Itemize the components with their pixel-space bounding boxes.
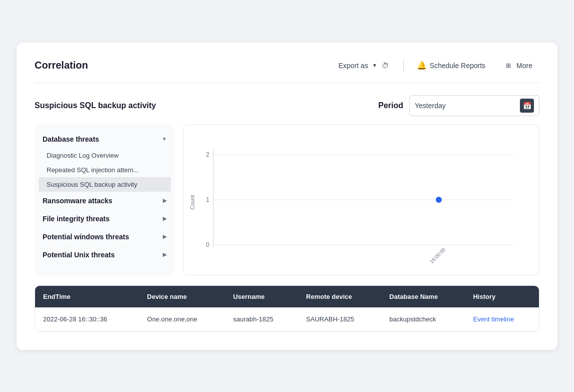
more-label: More (516, 62, 532, 70)
export-icon: ⏱ (380, 61, 390, 71)
sidebar-group-arrow: ▶ (163, 216, 167, 221)
sidebar-group-file-integrity: File integrity threats ▶ (35, 210, 175, 228)
chart-area: Count 2 1 0 16:00:00 (183, 124, 539, 275)
table-header-row: EndTime Device name Username Remote devi… (35, 286, 539, 307)
sub-header: Suspicious SQL backup activity Period Ye… (35, 95, 539, 116)
more-button[interactable]: ⊞ More (496, 58, 539, 74)
export-label: Export as (339, 62, 368, 70)
sidebar-group-label: Potential Unix threats (43, 251, 115, 259)
export-button[interactable]: Export as ▼ ⏱ (332, 58, 397, 74)
content-row: Database threats ▼ Diagnostic Log Overvi… (35, 124, 539, 275)
schedule-reports-button[interactable]: 🔔 Schedule Reports (410, 58, 492, 74)
cell-remote-device: SAURABH-1825 (298, 307, 381, 331)
report-title: Suspicious SQL backup activity (35, 101, 156, 110)
sidebar-group-unix-threats: Potential Unix threats ▶ (35, 246, 175, 264)
sidebar-item-file-integrity[interactable]: File integrity threats ▶ (35, 210, 175, 228)
sidebar-group-arrow: ▶ (163, 252, 167, 257)
sidebar-group-label: File integrity threats (43, 215, 110, 223)
y-label-2: 2 (206, 151, 209, 158)
cell-end-time: 2022-06-28 16::30::36 (35, 307, 139, 331)
sidebar-item-diagnostic-log[interactable]: Diagnostic Log Overview (35, 148, 175, 163)
cell-device-name: One.one.one,one (139, 307, 225, 331)
period-label: Period (378, 101, 403, 110)
y-label-1: 1 (206, 196, 209, 203)
header-actions: Export as ▼ ⏱ 🔔 Schedule Reports ⊞ More (332, 58, 539, 74)
event-timeline-link[interactable]: Event timeline (473, 315, 514, 323)
col-history: History (465, 286, 539, 307)
sidebar-group-database-threats: Database threats ▼ Diagnostic Log Overvi… (35, 130, 175, 192)
sidebar-item-unix-threats[interactable]: Potential Unix threats ▶ (35, 246, 175, 264)
x-axis-label: 16:00:00 (429, 246, 447, 264)
page-title: Correlation (35, 60, 88, 71)
col-device-name: Device name (139, 286, 225, 307)
export-dropdown-icon: ▼ (372, 63, 377, 68)
sidebar-group-arrow: ▼ (162, 136, 167, 142)
sidebar-item-database-threats[interactable]: Database threats ▼ (35, 130, 175, 148)
sidebar-group-label: Potential windows threats (43, 233, 129, 241)
main-card: Correlation Export as ▼ ⏱ 🔔 Schedule Rep… (17, 43, 557, 350)
col-database-name: Database Name (381, 286, 465, 307)
sidebar-item-windows-threats[interactable]: Potential windows threats ▶ (35, 228, 175, 246)
sidebar-group-label: Ransomware attacks (43, 197, 112, 205)
sidebar-item-sql-backup[interactable]: Suspicious SQL backup activity (39, 177, 171, 192)
calendar-icon[interactable]: 📅 (520, 99, 534, 113)
sidebar-group-arrow: ▶ (163, 234, 167, 239)
data-table: EndTime Device name Username Remote devi… (35, 285, 539, 332)
col-username: Username (225, 286, 298, 307)
header: Correlation Export as ▼ ⏱ 🔔 Schedule Rep… (35, 58, 539, 83)
cell-username: saurabh-1825 (225, 307, 298, 331)
period-value: Yesterday (415, 102, 514, 110)
more-icon: ⊞ (503, 61, 513, 71)
col-remote-device: Remote device (298, 286, 381, 307)
divider (403, 60, 404, 72)
cell-history[interactable]: Event timeline (465, 307, 539, 331)
table-row: 2022-06-28 16::30::36 One.one.one,one sa… (35, 307, 539, 331)
cell-database-name: backupstdcheck (381, 307, 465, 331)
y-label-0: 0 (206, 241, 209, 248)
schedule-label: Schedule Reports (430, 62, 485, 70)
sidebar-group-label: Database threats (43, 135, 99, 143)
sidebar-group-arrow: ▶ (163, 198, 167, 203)
sidebar: Database threats ▼ Diagnostic Log Overvi… (35, 124, 175, 275)
sidebar-group-windows-threats: Potential windows threats ▶ (35, 228, 175, 246)
sidebar-item-sql-injection[interactable]: Repeated SQL injection attem... (35, 163, 175, 177)
sidebar-item-ransomware[interactable]: Ransomware attacks ▶ (35, 192, 175, 210)
sidebar-group-ransomware: Ransomware attacks ▶ (35, 192, 175, 210)
alarm-icon: 🔔 (417, 61, 427, 71)
data-point (436, 197, 442, 203)
col-end-time: EndTime (35, 286, 139, 307)
y-axis-label: Count (189, 195, 195, 209)
chart-svg: Count 2 1 0 16:00:00 (188, 135, 529, 265)
period-row: Period Yesterday 📅 (378, 95, 539, 116)
period-select[interactable]: Yesterday 📅 (409, 95, 539, 116)
